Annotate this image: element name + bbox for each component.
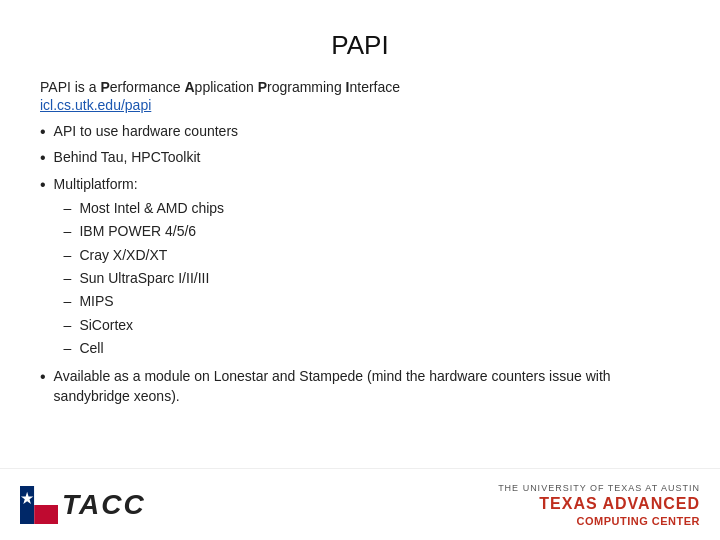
bullet-text: Behind Tau, HPCToolkit bbox=[54, 147, 201, 167]
sub-item-text: Cray X/XD/XT bbox=[79, 245, 167, 265]
papi-link[interactable]: icl.cs.utk.edu/papi bbox=[40, 97, 680, 113]
intro-text: PAPI is a Performance Application Progra… bbox=[40, 79, 680, 95]
intro-label: PAPI is a bbox=[40, 79, 100, 95]
tacc-flag-icon bbox=[20, 486, 58, 524]
list-item-multiplatform: • Multiplatform: – Most Intel & AMD chip… bbox=[40, 174, 680, 362]
list-item: – IBM POWER 4/5/6 bbox=[64, 221, 225, 241]
tacc-logo: TACC bbox=[20, 486, 146, 524]
computing-center-sub: COMPUTING CENTER bbox=[577, 515, 701, 527]
bullet-text: Multiplatform: – Most Intel & AMD chips … bbox=[54, 174, 225, 362]
bullet-dot: • bbox=[40, 147, 46, 169]
main-bullet-list: • API to use hardware counters • Behind … bbox=[40, 121, 680, 407]
computing-center-main: TEXAS ADVANCED bbox=[539, 495, 700, 513]
list-item: – Cray X/XD/XT bbox=[64, 245, 225, 265]
bullet-text: API to use hardware counters bbox=[54, 121, 238, 141]
list-item: – SiCortex bbox=[64, 315, 225, 335]
tacc-text: TACC bbox=[62, 489, 146, 521]
multiplatform-label: Multiplatform: bbox=[54, 176, 138, 192]
svg-rect-3 bbox=[34, 486, 58, 505]
dash-icon: – bbox=[64, 315, 72, 335]
dash-icon: – bbox=[64, 198, 72, 218]
dash-icon: – bbox=[64, 221, 72, 241]
list-item: • Available as a module on Lonestar and … bbox=[40, 366, 680, 407]
list-item: – Sun UltraSparc I/II/III bbox=[64, 268, 225, 288]
bullet-dot: • bbox=[40, 366, 46, 388]
bullet-dot: • bbox=[40, 121, 46, 143]
slide-footer: TACC THE UNIVERSITY OF TEXAS AT AUSTIN T… bbox=[0, 468, 720, 540]
intro-label2: erformance bbox=[110, 79, 185, 95]
sub-item-text: Most Intel & AMD chips bbox=[79, 198, 224, 218]
sub-bullet-list: – Most Intel & AMD chips – IBM POWER 4/5… bbox=[64, 198, 225, 358]
dash-icon: – bbox=[64, 291, 72, 311]
dash-icon: – bbox=[64, 245, 72, 265]
list-item: • API to use hardware counters bbox=[40, 121, 680, 143]
list-item: – Most Intel & AMD chips bbox=[64, 198, 225, 218]
svg-rect-2 bbox=[34, 505, 58, 524]
sub-item-text: MIPS bbox=[79, 291, 113, 311]
bullet-dot: • bbox=[40, 174, 46, 196]
list-item: – Cell bbox=[64, 338, 225, 358]
slide-title: PAPI bbox=[40, 30, 680, 61]
dash-icon: – bbox=[64, 268, 72, 288]
bullet-text: Available as a module on Lonestar and St… bbox=[54, 366, 680, 407]
bold-P2: P bbox=[258, 79, 267, 95]
sub-item-text: IBM POWER 4/5/6 bbox=[79, 221, 196, 241]
sub-item-text: SiCortex bbox=[79, 315, 133, 335]
sub-item-text: Sun UltraSparc I/II/III bbox=[79, 268, 209, 288]
dash-icon: – bbox=[64, 338, 72, 358]
sub-item-text: Cell bbox=[79, 338, 103, 358]
list-item: – MIPS bbox=[64, 291, 225, 311]
list-item: • Behind Tau, HPCToolkit bbox=[40, 147, 680, 169]
bold-P1: P bbox=[100, 79, 109, 95]
university-name: THE UNIVERSITY OF TEXAS AT AUSTIN bbox=[498, 483, 700, 493]
slide: PAPI PAPI is a Performance Application P… bbox=[0, 0, 720, 540]
bold-A: A bbox=[184, 79, 194, 95]
university-logo: THE UNIVERSITY OF TEXAS AT AUSTIN TEXAS … bbox=[498, 483, 700, 527]
